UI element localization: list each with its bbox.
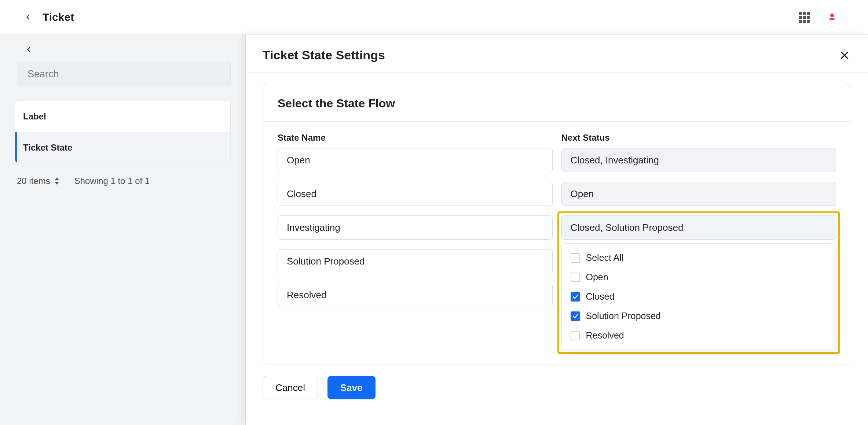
- checkbox-icon: [571, 331, 580, 340]
- next-status-field-active[interactable]: Closed, Solution Proposed: [561, 215, 836, 240]
- settings-panel: Ticket State Settings Select the State F…: [246, 35, 868, 425]
- topbar: Ticket: [0, 0, 868, 35]
- dropdown-option[interactable]: Resolved: [562, 326, 836, 345]
- chevron-left-icon: [25, 45, 33, 53]
- save-button[interactable]: Save: [327, 376, 376, 399]
- items-list-header: Label: [15, 101, 230, 132]
- chevron-left-icon: [24, 13, 32, 21]
- sort-icon: [54, 177, 60, 185]
- dropdown-option[interactable]: Closed: [562, 287, 836, 306]
- column-header-next-status: Next Status: [561, 133, 836, 148]
- checkbox-icon: [571, 273, 580, 282]
- state-name-value: Solution Proposed: [287, 256, 365, 267]
- user-icon: [828, 13, 836, 22]
- state-name-value: Investigating: [287, 222, 340, 233]
- items-list-footer: 20 items Showing 1 to 1 of 1: [0, 163, 245, 199]
- items-list: Label Ticket State: [15, 101, 231, 163]
- search-input[interactable]: [17, 62, 231, 86]
- state-name-field[interactable]: Open: [278, 148, 553, 172]
- dropdown-option-label: Open: [586, 272, 608, 282]
- dropdown-option[interactable]: Solution Proposed: [562, 306, 836, 326]
- dropdown-option-label: Resolved: [586, 330, 624, 341]
- dropdown-option-label: Select All: [586, 252, 624, 263]
- state-name-value: Closed: [287, 188, 316, 200]
- state-name-field[interactable]: Investigating: [278, 215, 553, 240]
- next-status-dropdown-highlight: Closed, Solution Proposed Select All: [561, 215, 836, 350]
- left-back-button[interactable]: [23, 44, 34, 55]
- column-header-state-name: State Name: [278, 133, 553, 148]
- cancel-button[interactable]: Cancel: [263, 376, 318, 399]
- next-status-value: Closed, Investigating: [571, 155, 659, 166]
- dropdown-option-label: Closed: [586, 291, 615, 302]
- page-title: Ticket: [43, 11, 74, 23]
- back-button[interactable]: [22, 11, 34, 23]
- next-status-value: Open: [571, 188, 594, 200]
- page-size-label: 20 items: [17, 176, 50, 186]
- checkbox-checked-icon: [571, 311, 580, 321]
- state-name-value: Open: [287, 155, 310, 166]
- next-status-field[interactable]: Closed, Investigating: [561, 148, 836, 172]
- dropdown-option-select-all[interactable]: Select All: [562, 248, 836, 267]
- next-status-dropdown: Select All Open: [561, 243, 836, 350]
- close-icon: [839, 50, 850, 61]
- avatar[interactable]: [823, 8, 842, 27]
- topbar-right: [799, 8, 846, 27]
- next-status-value: Closed, Solution Proposed: [571, 222, 684, 233]
- state-name-value: Resolved: [287, 289, 326, 301]
- panel-title: Ticket State Settings: [263, 48, 385, 62]
- svg-marker-0: [55, 177, 59, 180]
- page-size[interactable]: 20 items: [17, 176, 60, 186]
- panel-header: Ticket State Settings: [246, 35, 868, 73]
- next-status-field[interactable]: Open: [561, 182, 836, 206]
- dropdown-option-label: Solution Proposed: [586, 311, 661, 321]
- left-column: Label Ticket State 20 items Showing 1 to…: [0, 35, 246, 425]
- apps-icon[interactable]: [799, 12, 810, 23]
- showing-label: Showing 1 to 1 of 1: [74, 176, 150, 186]
- state-name-field[interactable]: Solution Proposed: [278, 249, 553, 273]
- state-name-field[interactable]: Resolved: [278, 283, 553, 307]
- card-title: Select the State Flow: [263, 84, 851, 122]
- state-flow-card: Select the State Flow State Name Open Cl…: [263, 84, 851, 365]
- checkbox-icon: [571, 253, 580, 263]
- panel-footer: Cancel Save: [246, 365, 868, 410]
- dropdown-option[interactable]: Open: [562, 267, 836, 287]
- items-list-item[interactable]: Ticket State: [15, 132, 230, 163]
- checkbox-checked-icon: [571, 292, 580, 302]
- svg-marker-1: [55, 182, 59, 185]
- close-button[interactable]: [838, 49, 851, 62]
- state-name-field[interactable]: Closed: [278, 182, 553, 206]
